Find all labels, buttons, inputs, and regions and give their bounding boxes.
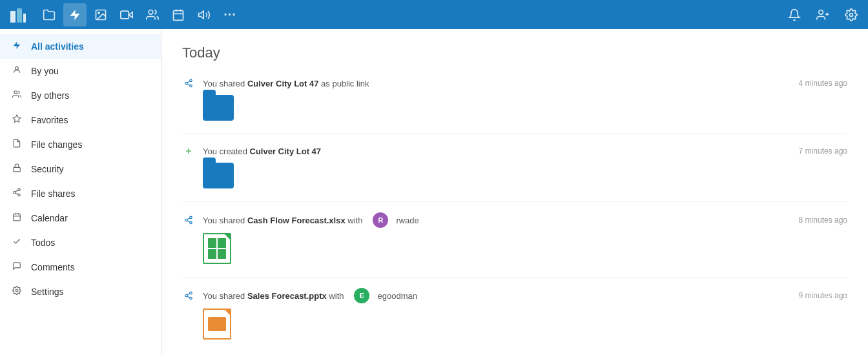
check-icon <box>10 237 23 249</box>
svg-rect-7 <box>121 11 129 19</box>
audio-nav-icon[interactable] <box>192 3 216 26</box>
svg-line-36 <box>187 84 190 85</box>
svg-point-25 <box>18 194 21 196</box>
svg-point-33 <box>190 79 192 82</box>
calendar-nav-icon[interactable] <box>167 3 190 26</box>
sidebar-item-label: Calendar <box>31 213 68 223</box>
svg-point-35 <box>190 85 192 87</box>
user-avatar-egoodman: E <box>354 288 369 303</box>
activity-timestamp: 8 minutes ago <box>799 216 847 225</box>
svg-rect-22 <box>14 167 21 171</box>
sidebar-item-label: All activities <box>31 41 84 52</box>
user-avatar-rwade: R <box>373 212 388 228</box>
add-user-nav-icon[interactable] <box>811 3 834 26</box>
activity-divider <box>182 201 847 202</box>
svg-line-44 <box>187 218 190 219</box>
file-icon <box>10 139 23 150</box>
activity-item: You shared Culver City Lot 47 as public … <box>182 77 847 121</box>
activity-item: You shared Cash Flow Forecast.xlsx with … <box>182 212 847 264</box>
username-rwade: rwade <box>396 216 418 225</box>
svg-point-17 <box>850 13 853 16</box>
folder-icon <box>203 95 234 121</box>
activity-item: You shared Sales Forecast.pptx with E eg… <box>182 288 847 340</box>
sidebar-item-label: By you <box>31 66 59 76</box>
activity-description: You shared Culver City Lot 47 as public … <box>203 79 369 88</box>
svg-point-34 <box>185 82 188 85</box>
svg-line-48 <box>187 296 190 298</box>
share-icon <box>10 188 23 199</box>
sidebar-item-file-changes[interactable]: File changes <box>0 132 161 157</box>
svg-point-14 <box>819 10 823 14</box>
sidebar-item-label: Favorites <box>31 115 68 125</box>
nav-left: ··· <box>5 2 783 28</box>
settings-nav-icon[interactable] <box>840 3 863 26</box>
share-activity-icon <box>182 77 195 90</box>
sidebar-item-label: By others <box>31 90 69 101</box>
pptx-file-icon <box>203 309 231 340</box>
sidebar-item-by-you[interactable]: By you <box>0 59 161 83</box>
more-nav-icon[interactable]: ··· <box>218 3 242 26</box>
activity-header: You shared Culver City Lot 47 as public … <box>182 77 847 90</box>
activity-file-preview <box>203 309 847 340</box>
activity-item: You created Culver City Lot 47 7 minutes… <box>182 145 847 188</box>
calendar-icon <box>10 212 23 224</box>
notifications-nav-icon[interactable] <box>783 3 806 26</box>
svg-point-5 <box>98 12 100 13</box>
photos-nav-icon[interactable] <box>89 3 112 26</box>
sidebar-item-label: File shares <box>31 188 75 199</box>
folder-icon <box>203 163 234 188</box>
svg-line-27 <box>16 190 18 192</box>
activity-header-left: You shared Sales Forecast.pptx with E eg… <box>182 288 417 303</box>
lock-icon <box>10 163 23 175</box>
svg-rect-2 <box>23 14 26 23</box>
share-activity-icon <box>182 289 195 302</box>
video-nav-icon[interactable] <box>115 3 138 26</box>
activity-header-left: You shared Cash Flow Forecast.xlsx with … <box>182 212 419 228</box>
nav-right <box>783 3 863 26</box>
svg-marker-6 <box>129 12 132 17</box>
svg-rect-28 <box>14 214 21 221</box>
activity-header: You shared Cash Flow Forecast.xlsx with … <box>182 212 847 228</box>
activity-description: You created Culver City Lot 47 <box>203 147 321 156</box>
sidebar-item-calendar[interactable]: Calendar <box>0 206 161 230</box>
contacts-nav-icon[interactable] <box>141 3 164 26</box>
svg-line-26 <box>16 193 18 194</box>
sidebar-item-label: Security <box>31 164 64 174</box>
xlsx-grid <box>204 234 230 263</box>
activity-timestamp: 9 minutes ago <box>799 291 847 300</box>
activity-timestamp: 7 minutes ago <box>799 147 847 156</box>
activity-nav-icon[interactable] <box>63 3 87 26</box>
activity-file-preview <box>203 95 847 121</box>
svg-point-45 <box>190 292 192 294</box>
sidebar-item-by-others[interactable]: By others <box>0 83 161 108</box>
sidebar-item-all-activities[interactable]: All activities <box>0 34 161 59</box>
svg-point-32 <box>16 289 18 292</box>
person-icon <box>10 65 23 77</box>
main-layout: All activities By you By others Favorite… <box>0 29 868 355</box>
svg-marker-18 <box>14 41 21 49</box>
svg-point-19 <box>16 66 19 70</box>
sidebar-item-file-shares[interactable]: File shares <box>0 181 161 206</box>
svg-rect-0 <box>10 11 16 23</box>
gear-icon <box>10 286 23 298</box>
files-nav-icon[interactable] <box>37 3 61 26</box>
svg-point-23 <box>18 188 21 191</box>
svg-point-40 <box>190 216 192 219</box>
app-logo[interactable] <box>5 2 31 28</box>
svg-point-41 <box>185 219 188 221</box>
activity-header: You created Culver City Lot 47 7 minutes… <box>182 145 847 157</box>
sidebar-item-settings[interactable]: Settings <box>0 279 161 304</box>
sidebar-item-security[interactable]: Security <box>0 157 161 181</box>
svg-rect-1 <box>17 8 22 23</box>
sidebar-item-label: Comments <box>31 262 75 272</box>
sidebar: All activities By you By others Favorite… <box>0 29 161 355</box>
svg-point-42 <box>190 221 192 224</box>
sidebar-item-todos[interactable]: Todos <box>0 230 161 255</box>
activity-divider <box>182 134 847 134</box>
activity-header-left: You shared Culver City Lot 47 as public … <box>182 77 369 90</box>
sidebar-item-comments[interactable]: Comments <box>0 255 161 279</box>
activity-description: You shared Sales Forecast.pptx with <box>203 291 344 301</box>
share-activity-icon <box>182 214 195 227</box>
sidebar-item-favorites[interactable]: Favorites <box>0 108 161 132</box>
activity-description: You shared Cash Flow Forecast.xlsx with <box>203 216 362 225</box>
